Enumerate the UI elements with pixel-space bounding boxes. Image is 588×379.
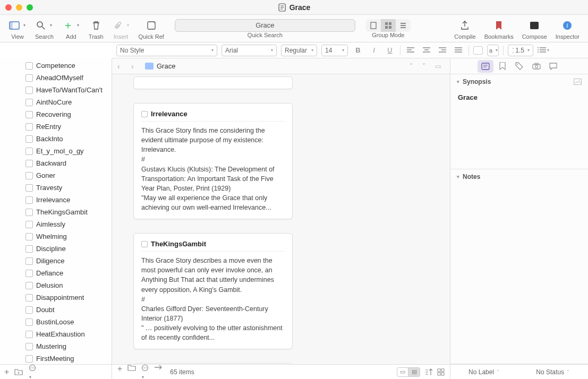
add-folder-button[interactable] xyxy=(14,368,23,375)
binder-item[interactable]: Competence xyxy=(0,59,112,72)
binder-item[interactable]: Diligence xyxy=(0,255,112,267)
open-footer[interactable] xyxy=(154,364,163,380)
arrange-button[interactable] xyxy=(424,368,433,376)
synopsis-header[interactable]: ▾ Synopsis xyxy=(450,74,588,89)
binder-item[interactable]: AheadOfMyself xyxy=(0,72,112,84)
inspector-tab-metadata[interactable] xyxy=(512,60,527,73)
binder-item[interactable]: AintNoCure xyxy=(0,96,112,108)
inspector-tab-notes[interactable] xyxy=(478,60,493,73)
align-center-button[interactable] xyxy=(421,45,432,56)
binder-item[interactable]: Goner xyxy=(0,169,112,182)
document-icon xyxy=(25,343,33,350)
paperclip-icon xyxy=(112,20,124,31)
linespacing-select[interactable]: 1.5▾ xyxy=(508,45,533,56)
status-select[interactable]: No Status⌃ xyxy=(536,368,570,376)
collapse-up-icon[interactable]: ˄ xyxy=(410,63,419,70)
bookmarks-button[interactable]: Bookmarks xyxy=(484,18,514,40)
binder-item[interactable]: Recovering xyxy=(0,108,112,120)
label-select[interactable]: No Label⌃ xyxy=(468,368,500,376)
binder-item[interactable]: HaveTo/WantTo/Can't xyxy=(0,84,112,96)
style-select[interactable]: No Style▾ xyxy=(116,45,217,56)
inspector-tab-bookmarks[interactable] xyxy=(495,60,510,73)
trash-button[interactable]: Trash xyxy=(89,18,104,40)
image-icon[interactable] xyxy=(574,79,582,85)
svg-point-20 xyxy=(535,65,538,68)
index-card[interactable]: IrrelevanceThis Grace Story finds me con… xyxy=(133,103,293,219)
group-mode-cork[interactable] xyxy=(381,19,396,32)
binder-item[interactable]: Mustering xyxy=(0,340,112,352)
size-select[interactable]: 14▾ xyxy=(321,45,348,56)
inspector-tab-snapshots[interactable] xyxy=(529,60,544,73)
binder-item[interactable]: Irrelevance xyxy=(0,194,112,206)
binder-item[interactable]: BustinLoose xyxy=(0,316,112,328)
synopsis-title[interactable]: Grace xyxy=(458,93,581,101)
binder-item[interactable]: Defiance xyxy=(0,267,112,279)
view-cards-button[interactable]: ▤ xyxy=(408,367,420,377)
compile-button[interactable]: Compile xyxy=(454,18,475,40)
binder-options-button[interactable]: ▾ xyxy=(28,364,38,380)
add-doc-button[interactable]: + xyxy=(4,367,9,377)
zoom-window-button[interactable] xyxy=(27,4,33,11)
nav-back-button[interactable]: ‹ xyxy=(117,62,126,71)
binder-item[interactable]: BackInto xyxy=(0,133,112,145)
binder-item[interactable]: Travesty xyxy=(0,182,112,194)
font-select[interactable]: Arial▾ xyxy=(221,45,277,56)
insert-button[interactable]: ▾ Insert xyxy=(112,18,130,40)
binder-item[interactable]: ReEntry xyxy=(0,120,112,133)
index-card[interactable]: TheKingsGambitThis Grace Story describes… xyxy=(133,233,293,349)
binder-item-label: HeatExhaustion xyxy=(36,330,85,338)
group-mode-outline[interactable] xyxy=(396,19,411,32)
binder-item[interactable]: Delusion xyxy=(0,279,112,291)
binder-item-label: Whelming xyxy=(36,232,67,240)
binder-sidebar[interactable]: CompetenceAheadOfMyselfHaveTo/WantTo/Can… xyxy=(0,58,112,364)
italic-button[interactable]: I xyxy=(368,45,380,56)
binder-item[interactable]: Whelming xyxy=(0,230,112,243)
corkboard-area[interactable]: IrrelevanceThis Grace Story finds me con… xyxy=(112,74,450,364)
grid-button[interactable] xyxy=(437,368,445,376)
text-color-button[interactable] xyxy=(473,46,483,55)
nav-forward-button[interactable]: › xyxy=(131,62,140,71)
binder-item[interactable]: Disappointment xyxy=(0,291,112,304)
notes-body[interactable] xyxy=(450,184,588,343)
add-button[interactable]: ＋ ▾ Add xyxy=(62,18,80,40)
align-justify-button[interactable] xyxy=(453,45,464,56)
compose-button[interactable]: Compose xyxy=(522,18,547,40)
view-button[interactable]: ▾ View xyxy=(8,18,27,40)
search-button[interactable]: ▾ Search xyxy=(35,18,54,40)
split-icon[interactable]: ▭ xyxy=(435,63,445,70)
document-icon xyxy=(25,123,33,131)
binder-item[interactable]: Backward xyxy=(0,157,112,169)
list-button[interactable]: ▾ xyxy=(538,45,549,56)
binder-item[interactable]: Doubt xyxy=(0,304,112,316)
binder-item[interactable]: TheKingsGambit xyxy=(0,206,112,218)
group-mode-doc[interactable] xyxy=(366,19,381,32)
notes-header[interactable]: ▾ Notes xyxy=(450,169,588,184)
quick-search-input[interactable] xyxy=(175,19,355,32)
binder-item-label: AintNoCure xyxy=(36,98,72,106)
collapse-down-icon[interactable]: ˅ xyxy=(422,63,432,70)
add-button-footer[interactable]: + xyxy=(117,364,122,380)
minimize-window-button[interactable] xyxy=(16,4,22,11)
binder-item[interactable]: HeatExhaustion xyxy=(0,328,112,340)
view-list-button[interactable]: ▭ xyxy=(397,367,408,377)
index-card[interactable] xyxy=(133,76,293,89)
inspector-toggle[interactable]: i Inspector xyxy=(556,18,580,40)
highlight-button[interactable]: a▾ xyxy=(487,45,499,56)
align-left-button[interactable] xyxy=(405,45,416,56)
binder-item[interactable]: Et_y_mol_o_gy xyxy=(0,145,112,157)
add-folder-footer[interactable] xyxy=(127,364,136,380)
quickref-button[interactable]: Quick Ref xyxy=(139,18,164,40)
binder-item[interactable]: Aimlessly xyxy=(0,218,112,230)
close-window-button[interactable] xyxy=(5,4,12,11)
underline-button[interactable]: U xyxy=(384,45,396,56)
binder-item[interactable]: FirstMeeting xyxy=(0,352,112,364)
weight-select[interactable]: Regular▾ xyxy=(281,45,317,56)
binder-item[interactable]: Discipline xyxy=(0,243,112,255)
bold-button[interactable]: B xyxy=(352,45,364,56)
quick-search-field[interactable]: Quick Search xyxy=(175,19,355,38)
options-footer[interactable]: ▾ xyxy=(141,364,149,380)
align-right-button[interactable] xyxy=(437,45,448,56)
document-icon xyxy=(25,135,33,143)
breadcrumb[interactable]: Grace xyxy=(145,62,175,70)
inspector-tab-comments[interactable] xyxy=(546,60,561,73)
